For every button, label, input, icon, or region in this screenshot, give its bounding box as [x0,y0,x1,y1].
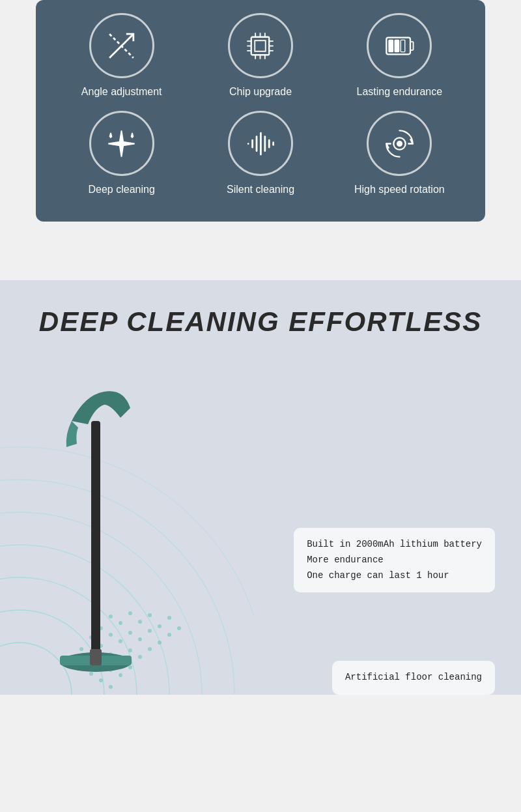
wave-icon [242,126,278,162]
angle-adjustment-icon-circle [89,13,154,78]
deep-cleaning-label: Deep cleaning [89,184,155,196]
svg-rect-17 [410,42,414,50]
deep-cleaning-icon-circle [89,111,154,176]
features-grid: Angle adjustment [55,13,466,196]
feature-silent-cleaning: Silent cleaning [194,111,326,196]
rotation-icon [382,126,417,162]
info-box-floor: Artificial floor cleaning [332,661,495,695]
info-box-battery: Built in 2000mAh lithium battery More en… [294,528,495,592]
svg-rect-19 [395,40,399,51]
high-speed-rotation-label: High speed rotation [354,184,445,196]
mop-image [20,369,189,695]
silent-cleaning-icon-circle [228,111,293,176]
angle-adjustment-label: Angle adjustment [81,86,162,98]
feature-lasting-endurance: Lasting endurance [333,13,466,98]
chip-upgrade-label: Chip upgrade [229,86,292,98]
chip-icon [242,28,278,64]
battery-icon [382,28,417,64]
lasting-endurance-icon-circle [367,13,432,78]
sparkle-icon [104,126,139,162]
features-section: Angle adjustment [36,0,485,222]
svg-point-29 [397,141,402,145]
angle-icon [104,28,139,64]
info-box-floor-text: Artificial floor cleaning [345,670,482,686]
page-title: DEEP CLEANING EFFORTLESS [0,306,521,338]
lasting-endurance-label: Lasting endurance [356,86,442,98]
chip-upgrade-icon-circle [228,13,293,78]
gap-section [0,222,521,280]
feature-deep-cleaning: Deep cleaning [55,111,188,196]
svg-rect-20 [401,40,404,51]
silent-cleaning-label: Silent cleaning [227,184,294,196]
svg-rect-74 [90,649,102,665]
feature-chip-upgrade: Chip upgrade [194,13,326,98]
bottom-section: DEEP CLEANING EFFORTLESS [0,280,521,695]
svg-rect-71 [91,421,100,662]
info-box-battery-text: Built in 2000mAh lithium battery More en… [307,537,482,583]
feature-angle-adjustment: Angle adjustment [55,13,188,98]
svg-rect-18 [389,40,393,51]
svg-rect-3 [255,40,266,51]
high-speed-rotation-icon-circle [367,111,432,176]
svg-rect-2 [251,36,270,55]
feature-high-speed-rotation: High speed rotation [333,111,466,196]
